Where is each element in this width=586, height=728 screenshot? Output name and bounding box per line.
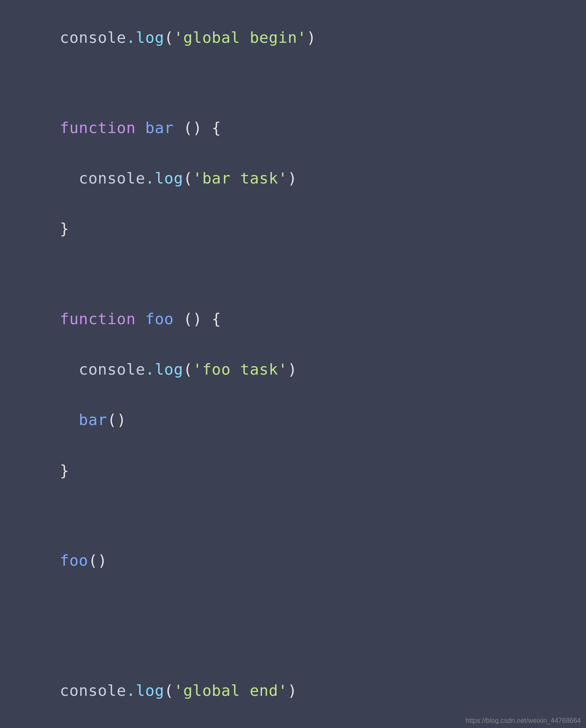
code-line-2: function bar () { (60, 116, 526, 140)
code-line-3: console.log('bar task') (60, 166, 526, 191)
code-line-4: } (60, 217, 526, 241)
code-line-5: function foo () { (60, 307, 526, 331)
blank-line-3 (60, 509, 526, 524)
code-line-1: console.log('global begin') (60, 25, 526, 50)
code-line-8: } (60, 458, 526, 483)
code-line-7: bar() (60, 408, 526, 432)
code-section: console.log('global begin') function bar… (60, 25, 526, 728)
code-line-6: console.log('foo task') (60, 357, 526, 382)
blank-line-2 (60, 267, 526, 282)
blank-line-4 (60, 599, 526, 614)
blank-line-1 (60, 76, 526, 91)
code-line-10: console.log('global end') (60, 678, 526, 703)
code-line-9: foo() (60, 548, 526, 573)
blank-line-5 (60, 639, 526, 654)
code-block: console.log('global begin') function bar… (60, 25, 526, 728)
watermark: https://blog.csdn.net/weixin_44768664 (466, 717, 581, 725)
